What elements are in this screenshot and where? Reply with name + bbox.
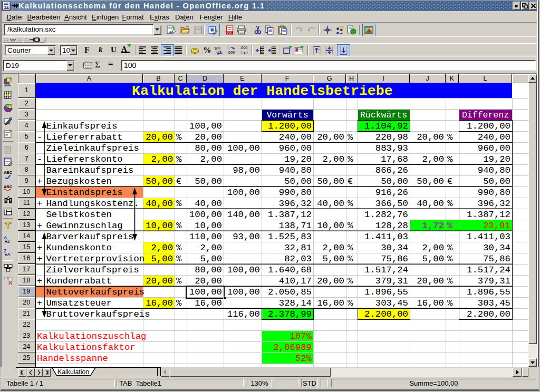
svg-text:ABC: ABC	[4, 170, 13, 175]
svg-text:Z: Z	[7, 239, 9, 243]
svg-text:ABC: ABC	[4, 184, 13, 189]
svg-text:A: A	[4, 235, 7, 240]
svg-text:Z: Z	[4, 248, 6, 253]
svg-text:A: A	[7, 252, 10, 257]
